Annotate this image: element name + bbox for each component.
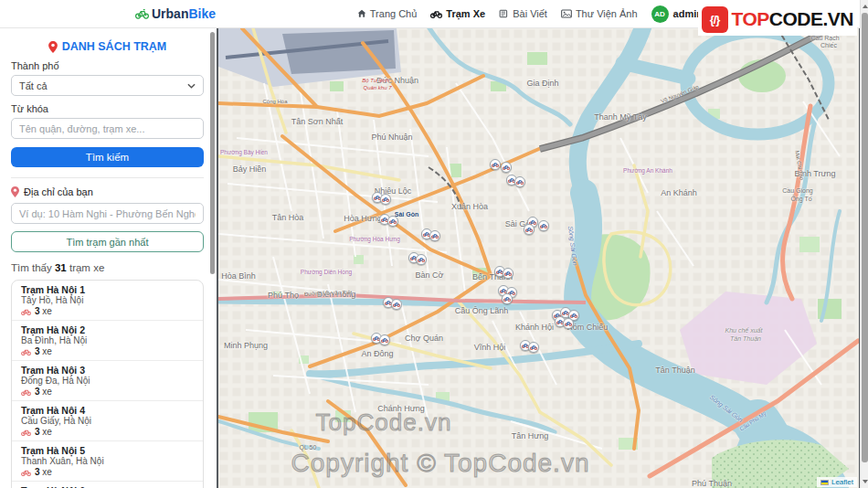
pin-icon <box>11 186 19 197</box>
image-icon <box>561 9 572 18</box>
sidebar-scrollbar[interactable] <box>210 28 215 488</box>
station-card[interactable]: Trạm Hà Nội 1 Tây Hồ, Hà Nội 3 xe <box>12 281 203 321</box>
pin-icon <box>48 41 58 53</box>
chevron-down-icon <box>187 83 196 89</box>
result-count-text: Tìm thấy 31 trạm xe <box>11 262 204 273</box>
station-map-marker[interactable] <box>503 268 513 279</box>
city-select-value: Tất cả <box>19 80 48 91</box>
station-map-marker[interactable] <box>379 334 390 345</box>
address-input[interactable] <box>11 203 204 224</box>
keyword-input[interactable] <box>11 118 204 139</box>
bicycle-icon <box>135 8 149 19</box>
result-suffix: trạm xe <box>69 262 104 273</box>
brand-bike: Bike <box>188 6 216 21</box>
bike-icon <box>431 233 439 239</box>
nav-item-stations[interactable]: Trạm Xe <box>430 8 485 19</box>
search-button[interactable]: Tìm kiếm <box>11 147 204 167</box>
bike-icon <box>21 308 31 315</box>
station-name: Trạm Hà Nội 3 <box>21 365 194 376</box>
nav-item-gallery[interactable]: Thư Viện Ảnh <box>561 8 638 19</box>
bike-icon <box>418 257 425 262</box>
bike-icon <box>530 345 537 350</box>
station-card[interactable]: Trạm Hà Nội 2 Ba Đình, Hà Nội 3 xe <box>12 321 203 361</box>
station-map-marker[interactable] <box>524 224 535 235</box>
station-location: Thanh Xuân, Hà Nội <box>21 456 194 467</box>
station-map-marker[interactable] <box>538 220 549 231</box>
bike-icon <box>570 313 577 318</box>
station-map-marker[interactable] <box>514 176 525 187</box>
station-name: Trạm Hà Nội 1 <box>21 284 194 295</box>
topcode-top: TOP <box>732 8 769 29</box>
station-map-marker[interactable] <box>563 318 574 329</box>
station-bike-count: 3 xe <box>21 387 194 398</box>
station-location: Tây Hồ, Hà Nội <box>21 295 194 306</box>
station-map-marker[interactable] <box>528 342 539 353</box>
station-map-marker[interactable] <box>429 230 440 241</box>
station-map-marker[interactable] <box>490 159 501 170</box>
station-location: Ba Đình, Hà Nội <box>21 335 194 346</box>
bike-icon <box>503 296 511 302</box>
result-count: 31 <box>55 262 67 273</box>
station-bike-count: 3 xe <box>21 467 194 478</box>
station-bike-count: 3 xe <box>21 346 194 357</box>
station-name: Trạm Hà Nội 2 <box>21 324 194 335</box>
station-card[interactable]: Trạm Hà Nội 4 Cầu Giấy, Hà Nội 3 xe <box>12 401 203 441</box>
brand-urban: Urban <box>152 6 188 21</box>
bike-icon <box>492 162 499 167</box>
result-prefix: Tìm thấy <box>11 262 52 273</box>
nav-item-label: Thư Viện Ảnh <box>576 8 638 19</box>
city-label: Thành phố <box>11 60 204 71</box>
avatar: AD <box>651 5 669 23</box>
bike-icon <box>381 337 388 343</box>
station-list: Trạm Hà Nội 1 Tây Hồ, Hà Nội 3 xe Trạm H… <box>11 280 204 488</box>
bike-icon <box>382 196 389 202</box>
sidebar-title-text: DANH SÁCH TRẠM <box>62 40 167 53</box>
topcode-rest: CODE.VN <box>769 8 853 29</box>
station-map-marker[interactable] <box>416 254 427 265</box>
nearest-station-button[interactable]: Tìm trạm gần nhất <box>11 231 204 252</box>
map-canvas[interactable]: Tân Sơn NhấtBảy HiềnPhường Bảy HiềnTân H… <box>217 28 860 488</box>
station-card[interactable]: Trạm Hà Nội 5 Thanh Xuân, Hà Nội 3 xe <box>12 441 203 482</box>
bike-icon <box>540 223 547 228</box>
nav-menu: Trang Chủ Trạm Xe Bài Viết Thư Viện Ảnh … <box>357 5 713 23</box>
nav-item-articles[interactable]: Bài Viết <box>499 8 547 19</box>
page-scrollbar-thumb[interactable] <box>862 13 868 462</box>
sidebar-scrollbar-thumb[interactable] <box>210 32 215 274</box>
scroll-down-arrow[interactable] <box>863 480 868 483</box>
bike-icon <box>516 179 524 185</box>
station-location: Cầu Giấy, Hà Nội <box>21 416 194 427</box>
map-tiles <box>218 28 860 488</box>
station-name: Trạm Hà Nội 5 <box>21 445 194 456</box>
station-card[interactable]: Trạm Hà Nội 6 Long Biên, Hà Nội 3 xe <box>12 482 203 488</box>
station-map-marker[interactable] <box>391 299 402 310</box>
topcode-text: TOPCODE.VN <box>732 8 853 30</box>
bike-icon <box>21 469 31 476</box>
station-map-marker[interactable] <box>380 194 391 205</box>
nav-item-label: Bài Viết <box>513 8 547 19</box>
bike-icon <box>21 388 31 396</box>
station-map-marker[interactable] <box>387 216 398 227</box>
station-map-marker[interactable] <box>502 293 513 304</box>
bike-icon <box>430 9 442 18</box>
keyword-label: Từ khóa <box>11 103 204 114</box>
brand-logo[interactable]: UrbanBike <box>135 6 216 21</box>
page-scrollbar[interactable] <box>860 0 868 488</box>
topcode-icon: {/} <box>702 6 728 33</box>
nav-item-label: Trạm Xe <box>446 8 485 19</box>
bike-icon <box>525 227 533 232</box>
leaflet-link[interactable]: Leaflet <box>831 478 853 486</box>
station-card[interactable]: Trạm Hà Nội 3 Đống Đa, Hà Nội 3 xe <box>12 361 203 401</box>
bike-icon <box>21 429 31 436</box>
station-name: Trạm Hà Nội 4 <box>21 405 194 416</box>
station-map-marker[interactable] <box>501 162 512 173</box>
scroll-up-arrow[interactable] <box>863 5 868 8</box>
nav-item-label: Trang Chủ <box>370 8 418 19</box>
divider <box>11 177 204 178</box>
home-icon <box>357 9 366 18</box>
topcode-logo[interactable]: {/} TOPCODE.VN <box>698 3 857 36</box>
bike-icon <box>565 321 572 326</box>
nav-item-home[interactable]: Trang Chủ <box>357 8 418 19</box>
map-attribution: Leaflet <box>817 477 857 487</box>
city-select[interactable]: Tất cả <box>11 75 204 96</box>
station-bike-count: 3 xe <box>21 427 194 438</box>
